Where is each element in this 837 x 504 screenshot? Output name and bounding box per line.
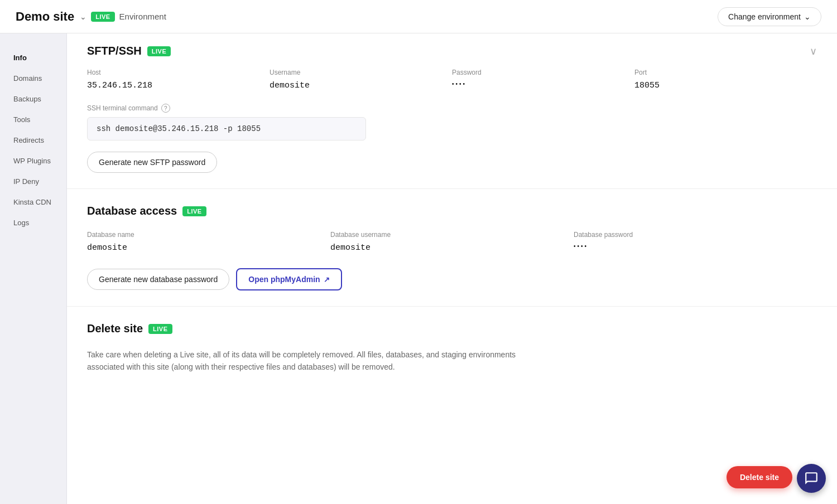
- sidebar-item-ip-deny[interactable]: IP Deny: [4, 172, 62, 191]
- change-environment-button[interactable]: Change environment ⌄: [718, 7, 821, 26]
- sidebar-item-ip-deny-label: IP Deny: [13, 177, 39, 186]
- database-title-area: Database access LIVE: [87, 205, 206, 217]
- sidebar-item-tools[interactable]: Tools: [4, 110, 62, 129]
- database-section-title: Database access: [87, 205, 177, 217]
- database-live-badge: LIVE: [182, 206, 206, 216]
- chat-button[interactable]: [797, 464, 826, 493]
- sidebar: Info Domains Backups Tools Redirects WP …: [0, 33, 67, 504]
- database-credentials-grid: Database name demosite Database username…: [87, 231, 817, 253]
- sidebar-item-domains[interactable]: Domains: [4, 69, 62, 88]
- sftp-host-label: Host: [87, 69, 261, 76]
- sftp-section: SFTP/SSH LIVE ∨ Host 35.246.15.218 Usern…: [67, 33, 837, 189]
- ssh-info-icon[interactable]: ?: [161, 104, 170, 113]
- sidebar-item-tools-label: Tools: [13, 115, 30, 124]
- ssh-label: SSH terminal command: [87, 104, 158, 112]
- db-password-label: Database password: [574, 231, 808, 239]
- sidebar-item-backups-label: Backups: [13, 95, 41, 103]
- sftp-collapse-icon[interactable]: ∨: [810, 45, 817, 57]
- sftp-username-label: Username: [270, 69, 443, 76]
- chat-icon: [804, 471, 819, 486]
- sidebar-item-info-label: Info: [13, 54, 27, 62]
- sidebar-item-logs-label: Logs: [13, 219, 29, 227]
- database-access-section: Database access LIVE Database name demos…: [67, 189, 837, 307]
- sftp-password-value: ••••: [452, 81, 626, 87]
- generate-sftp-password-button[interactable]: Generate new SFTP password: [87, 152, 217, 173]
- delete-site-button[interactable]: Delete site: [727, 466, 792, 488]
- delete-title-area: Delete site LIVE: [87, 322, 172, 335]
- sftp-header: SFTP/SSH LIVE ∨: [87, 45, 817, 57]
- phpmyadmin-label: Open phpMyAdmin: [248, 275, 320, 284]
- delete-section-title: Delete site: [87, 322, 143, 335]
- top-header: Demo site ⌄ LIVE Environment Change envi…: [0, 0, 837, 33]
- db-username-value: demosite: [330, 243, 565, 253]
- sftp-host-value: 35.246.15.218: [87, 81, 261, 90]
- sidebar-item-kinsta-cdn[interactable]: Kinsta CDN: [4, 192, 62, 212]
- db-name-col: Database name demosite: [87, 231, 330, 253]
- sftp-host-col: Host 35.246.15.218: [87, 69, 270, 90]
- site-title-chevron[interactable]: ⌄: [80, 12, 86, 21]
- main-layout: Info Domains Backups Tools Redirects WP …: [0, 33, 837, 504]
- sftp-port-col: Port 18055: [634, 69, 817, 90]
- db-password-value: ••••: [574, 243, 808, 249]
- db-username-label: Database username: [330, 231, 565, 239]
- sftp-credentials-grid: Host 35.246.15.218 Username demosite Pas…: [87, 69, 817, 90]
- db-username-col: Database username demosite: [330, 231, 574, 253]
- database-section-header: Database access LIVE: [87, 205, 817, 217]
- ssh-command-text: ssh demosite@35.246.15.218 -p 18055: [97, 124, 261, 133]
- generate-db-password-button[interactable]: Generate new database password: [87, 269, 229, 290]
- sftp-live-badge: LIVE: [147, 46, 171, 56]
- db-name-value: demosite: [87, 243, 321, 253]
- sftp-username-value: demosite: [270, 81, 443, 90]
- sidebar-item-kinsta-cdn-label: Kinsta CDN: [13, 198, 51, 206]
- ssh-command-box: ssh demosite@35.246.15.218 -p 18055: [87, 117, 366, 140]
- external-link-icon: ↗: [324, 275, 330, 284]
- sftp-title: SFTP/SSH: [87, 45, 142, 57]
- delete-description: Take care when deleting a Live site, all…: [87, 348, 522, 374]
- site-title: Demo site: [16, 9, 74, 24]
- header-env-label: Environment: [119, 12, 166, 21]
- sidebar-item-backups[interactable]: Backups: [4, 89, 62, 109]
- sftp-password-col: Password ••••: [452, 69, 634, 90]
- db-password-col: Database password ••••: [574, 231, 817, 253]
- sidebar-item-wp-plugins[interactable]: WP Plugins: [4, 151, 62, 171]
- sftp-title-area: SFTP/SSH LIVE: [87, 45, 171, 57]
- main-content: SFTP/SSH LIVE ∨ Host 35.246.15.218 Usern…: [67, 33, 837, 504]
- sidebar-item-domains-label: Domains: [13, 74, 42, 83]
- change-env-chevron: ⌄: [804, 12, 811, 21]
- sidebar-item-wp-plugins-label: WP Plugins: [13, 157, 51, 165]
- sidebar-item-logs[interactable]: Logs: [4, 213, 62, 232]
- open-phpmyadmin-button[interactable]: Open phpMyAdmin ↗: [236, 268, 341, 290]
- sftp-username-col: Username demosite: [270, 69, 452, 90]
- sftp-password-label: Password: [452, 69, 626, 76]
- delete-live-badge: LIVE: [148, 324, 172, 334]
- content-inner: SFTP/SSH LIVE ∨ Host 35.246.15.218 Usern…: [67, 33, 837, 504]
- sidebar-item-redirects-label: Redirects: [13, 136, 44, 144]
- sftp-port-label: Port: [634, 69, 808, 76]
- db-name-label: Database name: [87, 231, 321, 239]
- ssh-label-row: SSH terminal command ?: [87, 104, 817, 113]
- sidebar-item-redirects[interactable]: Redirects: [4, 130, 62, 150]
- sidebar-item-info[interactable]: Info: [4, 48, 62, 67]
- delete-section-header: Delete site LIVE: [87, 322, 817, 335]
- delete-site-section: Delete site LIVE Take care when deleting…: [67, 307, 837, 396]
- database-actions: Generate new database password Open phpM…: [87, 268, 817, 290]
- sftp-port-value: 18055: [634, 81, 808, 90]
- site-title-area: Demo site ⌄ LIVE Environment: [16, 9, 166, 24]
- change-env-label: Change environment: [728, 12, 801, 21]
- header-live-badge: LIVE: [91, 12, 114, 22]
